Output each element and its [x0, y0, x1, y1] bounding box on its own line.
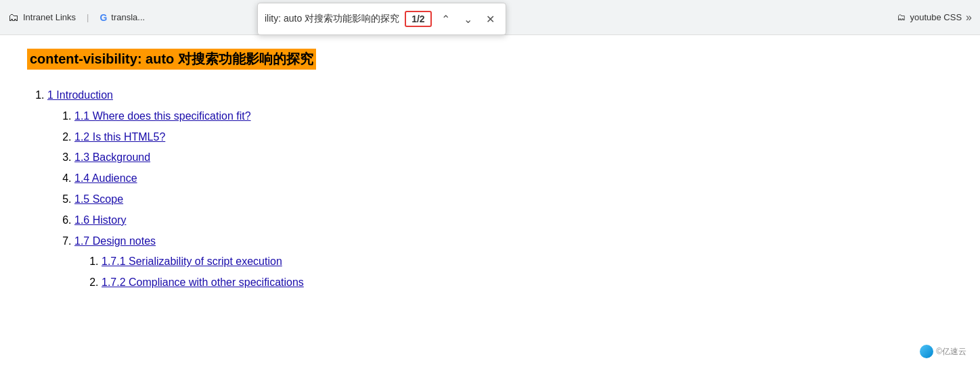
- toc-link-1-introduction[interactable]: 1 Introduction: [47, 89, 113, 101]
- toc-link-1-7-2[interactable]: 1.7.2 Compliance with other specificatio…: [102, 276, 304, 288]
- youtube-css-icon: 🗂: [897, 12, 906, 22]
- toc-item-1-2: 1.2 Is this HTML5?: [74, 128, 953, 147]
- find-bar-close-button[interactable]: ✕: [482, 11, 499, 27]
- tab-translate[interactable]: G transla...: [99, 12, 145, 23]
- main-content: content-visibility: auto 对搜索功能影响的探究 1 In…: [0, 35, 980, 365]
- browser-bar: 🗂 Intranet Links | G transla... ility: a…: [0, 0, 980, 35]
- toc-item-1-3: 1.3 Background: [74, 148, 953, 168]
- find-bar-prev-button[interactable]: ⌃: [437, 11, 454, 27]
- toc-item-1-1: 1.1 Where does this specification fit?: [74, 107, 953, 126]
- toc-link-1-3[interactable]: 1.3 Background: [74, 151, 150, 163]
- watermark-text: ©亿速云: [936, 346, 966, 358]
- more-button[interactable]: »: [966, 11, 972, 24]
- find-bar-count: 1/2: [405, 11, 431, 27]
- watermark: ©亿速云: [920, 345, 966, 358]
- toc-item-1-4: 1.4 Audience: [74, 169, 953, 189]
- toc-sublist-1: 1.1 Where does this specification fit? 1…: [47, 107, 953, 293]
- toc-sublist-1-7: 1.7.1 Serializability of script executio…: [74, 252, 953, 293]
- page-title: content-visibility: auto 对搜索功能影响的探究: [27, 49, 316, 70]
- youtube-css-label: youtube CSS: [910, 12, 962, 22]
- toc-item-1-7-1: 1.7.1 Serializability of script executio…: [102, 252, 953, 272]
- intranet-icon: 🗂: [8, 11, 19, 24]
- toc-link-1-2[interactable]: 1.2 Is this HTML5?: [74, 131, 165, 143]
- find-bar: ility: auto 对搜索功能影响的探究 1/2 ⌃ ⌄ ✕: [257, 3, 506, 35]
- translate-icon: G: [99, 12, 107, 23]
- tab-translate-label: transla...: [111, 12, 145, 22]
- find-bar-next-button[interactable]: ⌄: [460, 11, 476, 27]
- tab-intranet[interactable]: 🗂 Intranet Links: [8, 11, 76, 24]
- find-bar-query: ility: auto 对搜索功能影响的探究: [265, 13, 399, 25]
- toc-item-1-5: 1.5 Scope: [74, 190, 953, 210]
- tab-separator: |: [87, 12, 89, 22]
- toc-item-1-7: 1.7 Design notes 1.7.1 Serializability o…: [74, 232, 953, 293]
- toc-link-1-1[interactable]: 1.1 Where does this specification fit?: [74, 110, 251, 122]
- toc-link-1-7[interactable]: 1.7 Design notes: [74, 235, 156, 247]
- tab-intranet-label: Intranet Links: [23, 12, 76, 22]
- toc-item-1-7-2: 1.7.2 Compliance with other specificatio…: [102, 273, 953, 293]
- watermark-logo: [920, 345, 933, 358]
- toc-list: 1 Introduction 1.1 Where does this speci…: [27, 86, 953, 293]
- toc-link-1-7-1[interactable]: 1.7.1 Serializability of script executio…: [102, 256, 282, 267]
- bookmark-right: 🗂 youtube CSS »: [897, 11, 972, 24]
- toc-link-1-4[interactable]: 1.4 Audience: [74, 172, 137, 184]
- toc-item-1-6: 1.6 History: [74, 211, 953, 230]
- toc-item-1: 1 Introduction 1.1 Where does this speci…: [47, 86, 953, 293]
- toc-link-1-6[interactable]: 1.6 History: [74, 214, 126, 226]
- toc-link-1-5[interactable]: 1.5 Scope: [74, 193, 123, 205]
